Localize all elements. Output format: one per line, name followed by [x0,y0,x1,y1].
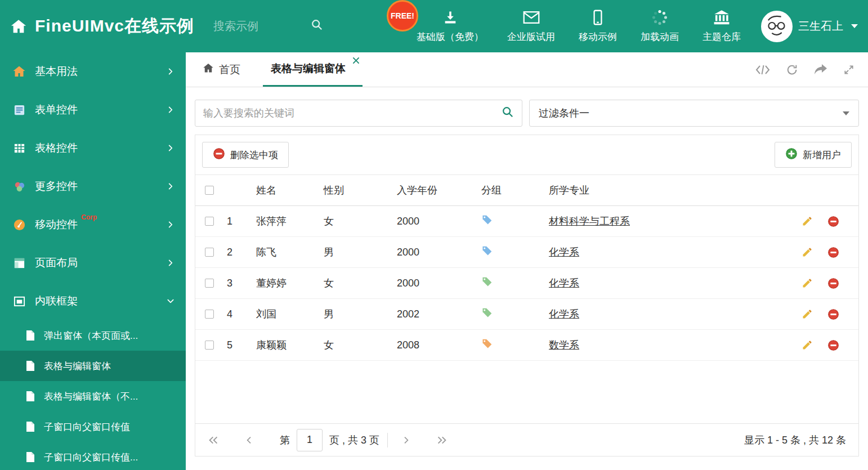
nav-label: 加载动画 [641,30,679,43]
delete-icon[interactable] [827,308,839,320]
cell-name: 康颖颖 [253,338,320,352]
download-icon [442,9,458,26]
select-all-checkbox[interactable] [205,186,214,195]
delete-icon[interactable] [827,247,839,258]
fullscreen-icon[interactable] [843,64,854,75]
major-link[interactable]: 化学系 [549,247,579,258]
tab-grid-edit-window[interactable]: 表格与编辑窗体 [263,52,363,87]
source-code-icon[interactable] [755,64,770,75]
edit-icon[interactable] [802,247,813,258]
chevron-down-icon [167,297,175,305]
pager-divider [387,433,388,447]
add-user-button[interactable]: 新增用户 [775,142,852,168]
table-row: 1 张萍萍 女 2000 材料科学与工程系 [195,206,858,237]
edit-icon[interactable] [802,339,813,351]
sidebar-item-basic-usage[interactable]: 基本用法 [0,52,186,91]
row-checkbox[interactable] [205,217,214,226]
top-header: FineUIMvc在线示例 搜索示例 FREE! 基础版（免费） 企业版试用 移… [0,0,868,52]
major-link[interactable]: 数学系 [549,339,579,351]
nav-label: 基础版（免费） [417,30,484,43]
next-page-icon[interactable] [401,435,410,445]
nav-loading-animation[interactable]: 加载动画 [641,9,679,43]
edit-icon[interactable] [802,308,813,320]
sidebar-subitem-child-to-parent[interactable]: 子窗口向父窗口传值 [0,411,186,442]
tag-icon[interactable] [481,338,493,350]
column-header-group: 分组 [478,183,545,197]
last-page-icon[interactable] [436,435,448,445]
delete-selected-button[interactable]: 删除选中项 [202,142,289,168]
home-icon[interactable] [10,18,27,35]
mobile-controls-icon [11,218,27,231]
chevron-right-icon [167,106,175,114]
delete-icon[interactable] [827,277,839,289]
table-icon [11,142,27,155]
cell-name: 陈飞 [253,245,320,259]
sidebar-subitem-popup-window[interactable]: 弹出窗体（本页面或... [0,320,186,351]
major-link[interactable]: 化学系 [549,277,579,289]
sidebar-item-grid-controls[interactable]: 表格控件 [0,129,186,167]
close-icon[interactable] [353,57,359,64]
nav-basic-free[interactable]: 基础版（免费） [417,9,484,43]
home-icon [11,65,27,78]
sidebar-subitem-label: 子窗口向父窗口传值... [44,451,138,464]
row-checkbox[interactable] [205,341,214,350]
sidebar-subitem-label: 子窗口向父窗口传值 [44,420,130,433]
avatar [761,11,793,42]
cell-gender: 男 [320,307,393,321]
sidebar-item-more-controls[interactable]: 更多控件 [0,167,186,205]
nav-theme-store[interactable]: 主题仓库 [703,9,741,43]
row-checkbox[interactable] [205,310,214,319]
chevron-down-icon [843,111,849,115]
delete-icon[interactable] [827,339,839,351]
search-icon[interactable] [502,106,514,120]
first-page-icon[interactable] [208,435,219,445]
tag-icon[interactable] [481,214,493,226]
user-menu[interactable]: 三生石上 [761,11,858,42]
search-icon[interactable] [311,19,323,34]
cell-name: 张萍萍 [253,214,320,228]
row-index: 3 [223,277,253,289]
file-icon [26,451,37,463]
prev-page-icon[interactable] [245,435,254,445]
row-checkbox[interactable] [205,248,214,257]
chevron-right-icon [167,68,175,75]
tag-icon[interactable] [481,307,493,319]
sidebar-subitem-child-to-parent-2[interactable]: 子窗口向父窗口传值... [0,442,186,470]
tag-icon[interactable] [481,245,493,257]
edit-icon[interactable] [802,216,813,227]
chevron-down-icon [851,24,858,28]
sidebar-subitem-grid-edit-window-2[interactable]: 表格与编辑窗体（不... [0,381,186,411]
table-row: 3 董婷婷 女 2000 化学系 [195,268,858,299]
file-icon [26,391,37,402]
widgets-icon [11,180,27,193]
sidebar-item-page-layout[interactable]: 页面布局 [0,244,186,282]
nav-mobile-demo[interactable]: 移动示例 [579,9,617,43]
row-index: 4 [223,308,253,320]
nav-enterprise-trial[interactable]: 企业版试用 [507,9,555,43]
sidebar-item-mobile-controls[interactable]: 移动控件 Corp [0,205,186,244]
major-link[interactable]: 材料科学与工程系 [549,216,630,227]
page-number-input[interactable] [297,429,323,451]
edit-icon[interactable] [802,277,813,289]
header-search-placeholder: 搜索示例 [213,19,258,34]
tab-home[interactable]: 首页 [195,52,248,87]
nav-label: 企业版试用 [507,30,555,43]
sidebar-item-form-controls[interactable]: 表单控件 [0,91,186,129]
tag-icon[interactable] [481,276,493,288]
form-icon [11,104,27,117]
header-search[interactable]: 搜索示例 [213,19,323,34]
share-icon[interactable] [814,64,827,75]
keyword-search-box [195,100,522,127]
nav-label: 主题仓库 [703,30,741,43]
major-link[interactable]: 化学系 [549,308,579,320]
sidebar-item-iframe[interactable]: 内联框架 [0,282,186,320]
main-area: 首页 表格与编辑窗体 [186,52,868,470]
delete-icon[interactable] [827,216,839,227]
filter-dropdown[interactable]: 过滤条件一 [529,100,859,127]
tab-bar: 首页 表格与编辑窗体 [186,52,868,87]
refresh-icon[interactable] [786,64,798,76]
sidebar-item-label: 基本用法 [35,64,78,79]
sidebar-subitem-grid-edit-window[interactable]: 表格与编辑窗体 [0,351,186,381]
row-checkbox[interactable] [205,279,214,288]
keyword-search-input[interactable] [203,108,496,119]
